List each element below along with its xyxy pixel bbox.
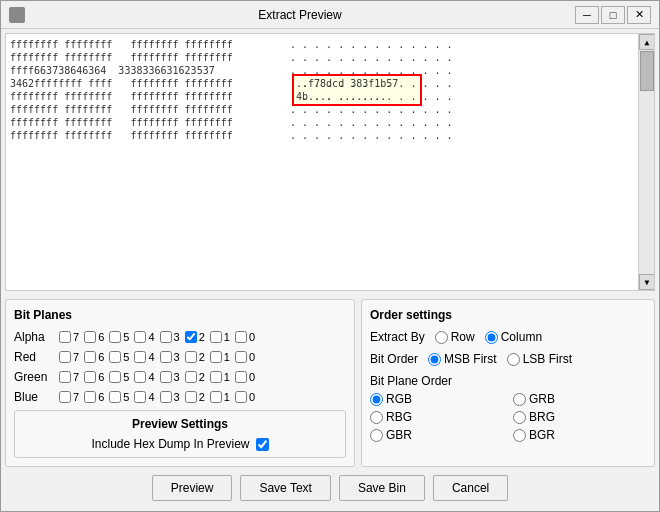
green-cb6[interactable] <box>84 371 96 383</box>
minimize-button[interactable]: ─ <box>575 6 599 24</box>
green-cb5[interactable] <box>109 371 121 383</box>
save-bin-button[interactable]: Save Bin <box>339 475 425 501</box>
hex-row: ffff663738646364 3338336631623537 <box>10 64 290 77</box>
red-lbl4: 4 <box>148 351 154 363</box>
red-cb4[interactable] <box>134 351 146 363</box>
title-bar-left <box>9 7 25 23</box>
green-row: Green 7 6 5 4 3 2 1 0 <box>14 370 346 384</box>
alpha-cb7[interactable] <box>59 331 71 343</box>
msb-first-radio[interactable] <box>428 353 441 366</box>
rbg-radio[interactable] <box>370 411 383 424</box>
preview-settings-panel: Preview Settings Include Hex Dump In Pre… <box>14 410 346 458</box>
blue-row: Blue 7 6 5 4 3 2 1 0 <box>14 390 346 404</box>
brg-radio[interactable] <box>513 411 526 424</box>
grb-radio[interactable] <box>513 393 526 406</box>
bit-planes-panel: Bit Planes Alpha 7 6 5 4 3 2 1 0 Red 7 <box>5 299 355 467</box>
alpha-cb0[interactable] <box>235 331 247 343</box>
alpha-lbl2: 2 <box>199 331 205 343</box>
blue-lbl2: 2 <box>199 391 205 403</box>
rgb-radio[interactable] <box>370 393 383 406</box>
bit-order-row: Bit Order MSB First LSB First <box>370 352 646 366</box>
extract-by-label: Extract By <box>370 330 425 344</box>
close-button[interactable]: ✕ <box>627 6 651 24</box>
extract-by-row-option[interactable]: Row <box>435 330 475 344</box>
gbr-option[interactable]: GBR <box>370 428 503 442</box>
green-cb7[interactable] <box>59 371 71 383</box>
green-lbl6: 6 <box>98 371 104 383</box>
red-cb0[interactable] <box>235 351 247 363</box>
vertical-scrollbar[interactable]: ▲ ▼ <box>638 34 654 290</box>
alpha-lbl4: 4 <box>148 331 154 343</box>
alpha-bit3: 3 <box>159 331 180 343</box>
extract-by-row-radio[interactable] <box>435 331 448 344</box>
alpha-lbl6: 6 <box>98 331 104 343</box>
blue-cb6[interactable] <box>84 391 96 403</box>
blue-lbl5: 5 <box>123 391 129 403</box>
blue-cb5[interactable] <box>109 391 121 403</box>
hex-dump-row: Include Hex Dump In Preview <box>23 437 337 451</box>
lsb-first-option[interactable]: LSB First <box>507 352 572 366</box>
cancel-button[interactable]: Cancel <box>433 475 508 501</box>
alpha-bit5: 5 <box>108 331 129 343</box>
msb-first-option[interactable]: MSB First <box>428 352 497 366</box>
red-cb2[interactable] <box>185 351 197 363</box>
scroll-track[interactable] <box>639 50 654 274</box>
bgr-radio[interactable] <box>513 429 526 442</box>
green-cb4[interactable] <box>134 371 146 383</box>
alpha-cb1[interactable] <box>210 331 222 343</box>
blue-lbl1: 1 <box>224 391 230 403</box>
brg-option[interactable]: BRG <box>513 410 646 424</box>
preview-button[interactable]: Preview <box>152 475 233 501</box>
window-title: Extract Preview <box>25 8 575 22</box>
panels-row: Bit Planes Alpha 7 6 5 4 3 2 1 0 Red 7 <box>5 299 655 467</box>
lsb-first-radio[interactable] <box>507 353 520 366</box>
alpha-cb2[interactable] <box>185 331 197 343</box>
red-label: Red <box>14 350 54 364</box>
rgb-option[interactable]: RGB <box>370 392 503 406</box>
maximize-button[interactable]: □ <box>601 6 625 24</box>
rbg-option[interactable]: RBG <box>370 410 503 424</box>
green-cb3[interactable] <box>160 371 172 383</box>
blue-cb7[interactable] <box>59 391 71 403</box>
scroll-thumb[interactable] <box>640 51 654 91</box>
extract-by-column-radio[interactable] <box>485 331 498 344</box>
blue-cb2[interactable] <box>185 391 197 403</box>
red-lbl1: 1 <box>224 351 230 363</box>
red-cb3[interactable] <box>160 351 172 363</box>
green-cb0[interactable] <box>235 371 247 383</box>
save-text-button[interactable]: Save Text <box>240 475 330 501</box>
title-bar: Extract Preview ─ □ ✕ <box>1 1 659 29</box>
blue-cb0[interactable] <box>235 391 247 403</box>
green-cb2[interactable] <box>185 371 197 383</box>
blue-lbl4: 4 <box>148 391 154 403</box>
alpha-bit1: 1 <box>209 331 230 343</box>
red-cb7[interactable] <box>59 351 71 363</box>
blue-cb1[interactable] <box>210 391 222 403</box>
scroll-down-button[interactable]: ▼ <box>639 274 655 290</box>
app-icon <box>9 7 25 23</box>
green-cb1[interactable] <box>210 371 222 383</box>
red-row: Red 7 6 5 4 3 2 1 0 <box>14 350 346 364</box>
alpha-cb6[interactable] <box>84 331 96 343</box>
extract-by-column-option[interactable]: Column <box>485 330 542 344</box>
bottom-section: Bit Planes Alpha 7 6 5 4 3 2 1 0 Red 7 <box>1 295 659 511</box>
hex-dump-checkbox[interactable] <box>256 438 269 451</box>
red-cb1[interactable] <box>210 351 222 363</box>
gbr-radio[interactable] <box>370 429 383 442</box>
bgr-option[interactable]: BGR <box>513 428 646 442</box>
red-cb5[interactable] <box>109 351 121 363</box>
hex-row: ffffffff ffffffff ffffffff ffffffff <box>10 90 290 103</box>
alpha-cb3[interactable] <box>160 331 172 343</box>
grb-option[interactable]: GRB <box>513 392 646 406</box>
bit-planes-title: Bit Planes <box>14 308 346 322</box>
blue-cb3[interactable] <box>160 391 172 403</box>
red-cb6[interactable] <box>84 351 96 363</box>
extract-by-row: Extract By Row Column <box>370 330 646 344</box>
gbr-label: GBR <box>386 428 412 442</box>
alpha-cb4[interactable] <box>134 331 146 343</box>
green-label: Green <box>14 370 54 384</box>
blue-cb4[interactable] <box>134 391 146 403</box>
hex-row: ffffffff ffffffff ffffffff ffffffff <box>10 116 290 129</box>
scroll-up-button[interactable]: ▲ <box>639 34 655 50</box>
alpha-cb5[interactable] <box>109 331 121 343</box>
